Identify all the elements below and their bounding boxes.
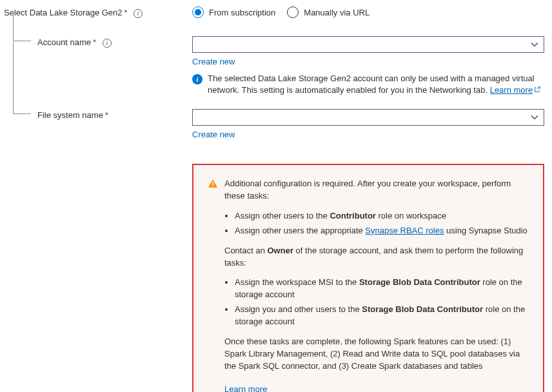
radio-from-subscription-label: From subscription [209, 8, 275, 17]
label-filesystem-name-text: File system name [37, 110, 103, 120]
adls-info-note: i The selected Data Lake Storage Gen2 ac… [192, 73, 544, 96]
warning-task-list-1: Assign other users to the Contributor ro… [208, 210, 529, 237]
adls-source-radio-group: From subscription Manually via URL [192, 6, 544, 18]
warning-task-list-2: Assign the workspace MSI to the Storage … [208, 277, 529, 328]
list-item: Assign the workspace MSI to the Storage … [235, 277, 529, 301]
radio-from-subscription[interactable]: From subscription [192, 6, 275, 18]
external-link-icon [534, 86, 540, 93]
info-icon[interactable]: i [103, 39, 112, 48]
warning-spark-paragraph: Once these tasks are complete, the follo… [208, 336, 529, 373]
radio-indicator-unselected [287, 6, 299, 18]
required-asterisk: * [105, 110, 108, 120]
account-name-dropdown[interactable] [192, 36, 544, 53]
warning-intro: Additional configuration is required. Af… [224, 178, 529, 202]
list-item: Assign other users to the Contributor ro… [235, 210, 529, 222]
create-new-account-link[interactable]: Create new [192, 57, 235, 66]
radio-indicator-selected [192, 6, 204, 18]
synapse-rbac-link[interactable]: Synapse RBAC roles [365, 226, 444, 235]
radio-manual-url[interactable]: Manually via URL [287, 6, 370, 18]
info-icon[interactable]: i [133, 9, 143, 18]
tree-connector [13, 13, 31, 41]
learn-more-warning-link[interactable]: Learn more [208, 384, 267, 392]
radio-manual-url-label: Manually via URL [304, 8, 370, 17]
info-icon: i [192, 74, 202, 84]
list-item: Assign you and other users to the Storag… [235, 304, 529, 328]
required-asterisk: * [93, 37, 96, 47]
label-filesystem-name: File system name* [4, 109, 192, 120]
list-item: Assign other users the appropriate Synap… [235, 225, 529, 237]
required-asterisk: * [124, 8, 128, 17]
filesystem-name-dropdown[interactable] [192, 109, 544, 126]
svg-rect-0 [212, 182, 213, 185]
label-select-adls: Select Data Lake Storage Gen2* i [4, 6, 192, 18]
learn-more-networking-link[interactable]: Learn more [490, 85, 540, 95]
warning-icon [208, 179, 218, 189]
chevron-down-icon [531, 113, 538, 121]
create-new-filesystem-link[interactable]: Create new [192, 130, 235, 139]
adls-info-text: The selected Data Lake Storage Gen2 acco… [208, 73, 544, 96]
svg-rect-1 [212, 186, 213, 187]
tree-connector [13, 42, 31, 114]
warning-owner-paragraph: Contact an Owner of the storage account,… [208, 245, 529, 270]
additional-config-warning: Additional configuration is required. Af… [192, 164, 544, 392]
chevron-down-icon [531, 41, 538, 48]
label-account-name-text: Account name [37, 37, 91, 47]
label-account-name: Account name* i [4, 36, 192, 48]
